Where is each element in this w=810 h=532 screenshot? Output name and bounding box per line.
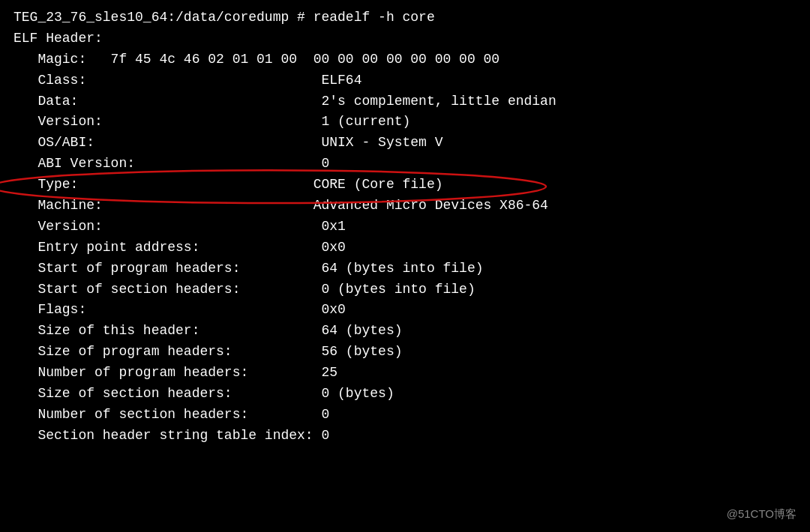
- elf-fields: Magic: 7f 45 4c 46 02 01 01 00 00 00 00 …: [14, 49, 796, 447]
- elf-field-row: Start of section headers: 0 (bytes into …: [14, 279, 796, 300]
- terminal-window: TEG_23_76_sles10_64:/data/coredump # rea…: [0, 0, 810, 532]
- elf-field-row: Size of program headers: 56 (bytes): [14, 342, 796, 363]
- elf-field-row: OS/ABI: UNIX - System V: [14, 133, 796, 154]
- elf-field-row: Machine: Advanced Micro Devices X86-64: [14, 196, 796, 217]
- elf-field-row: Entry point address: 0x0: [14, 238, 796, 259]
- elf-field-row: Number of section headers: 0: [14, 405, 796, 426]
- elf-field-row: Size of section headers: 0 (bytes): [14, 384, 796, 405]
- elf-field-row: ABI Version: 0: [14, 154, 796, 175]
- elf-field-row: Flags: 0x0: [14, 300, 796, 321]
- elf-field-row: Version: 1 (current): [14, 112, 796, 133]
- watermark: @51CTO博客: [727, 507, 796, 522]
- prompt-text: TEG_23_76_sles10_64:/data/coredump # rea…: [14, 7, 435, 28]
- elf-field-row: Size of this header: 64 (bytes): [14, 321, 796, 342]
- elf-field-row: Magic: 7f 45 4c 46 02 01 01 00 00 00 00 …: [14, 49, 796, 70]
- prompt-line: TEG_23_76_sles10_64:/data/coredump # rea…: [14, 7, 796, 28]
- elf-field-row: Data: 2's complement, little endian: [14, 91, 796, 112]
- elf-field-row: Version: 0x1: [14, 217, 796, 238]
- elf-header-label: ELF Header:: [14, 28, 796, 49]
- elf-field-row: Section header string table index: 0: [14, 426, 796, 447]
- elf-field-row: Number of program headers: 25: [14, 363, 796, 384]
- elf-field-row: Class: ELF64: [14, 70, 796, 91]
- elf-field-row: Type: CORE (Core file): [14, 175, 796, 196]
- elf-field-row: Start of program headers: 64 (bytes into…: [14, 259, 796, 279]
